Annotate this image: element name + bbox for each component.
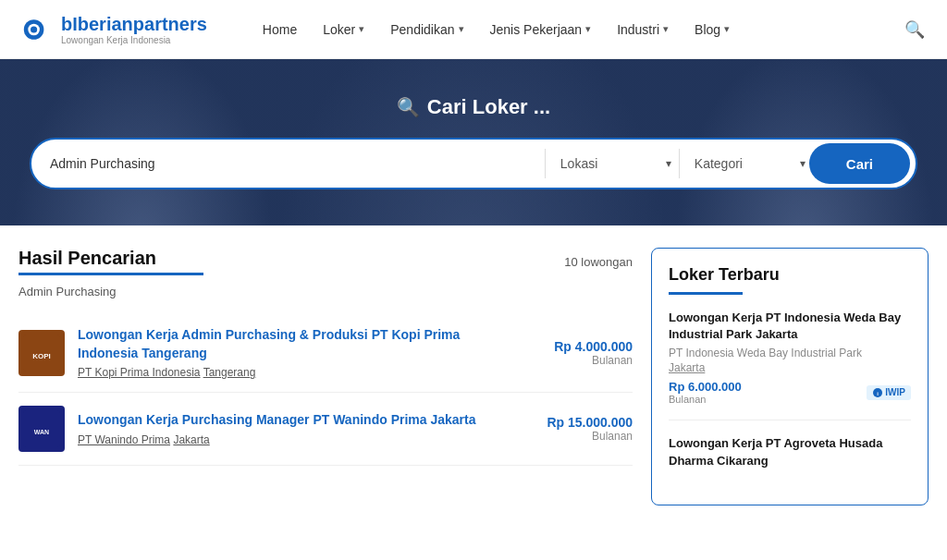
sidebar-job-company: PT Indonesia Weda Bay Industrial Park (669, 347, 911, 359)
hero-banner: 🔍 Cari Loker ... Lokasi ▾ Kategori ▾ Car… (0, 59, 947, 225)
nav-home[interactable]: Home (263, 22, 297, 37)
chevron-down-icon: ▾ (666, 157, 671, 170)
job-company: PT Kopi Prima Indonesia Tangerang (78, 366, 509, 379)
nav-jenis-pekerjaan[interactable]: Jenis Pekerjaan ▾ (490, 22, 592, 37)
location-select[interactable]: Lokasi (553, 156, 664, 171)
job-search-input[interactable] (50, 156, 537, 171)
logo-text: bIberianpartners (61, 14, 207, 35)
sidebar-job-item: Lowongan Kerja PT Agroveta Husada Dharma… (669, 435, 911, 487)
svg-text:KOPI: KOPI (32, 352, 51, 360)
divider (679, 149, 680, 178)
chevron-down-icon: ▾ (459, 23, 464, 35)
sidebar: Loker Terbaru Lowongan Kerja PT Indonesi… (651, 248, 929, 505)
sidebar-job-title[interactable]: Lowongan Kerja PT Agroveta Husada Dharma… (669, 435, 911, 469)
nav-industri[interactable]: Industri ▾ (617, 22, 669, 37)
hero-title: 🔍 Cari Loker ... (397, 95, 550, 119)
svg-point-2 (31, 26, 37, 32)
navbar: bIberianpartners Lowongan Kerja Indonesi… (0, 0, 947, 59)
category-select[interactable]: Kategori (687, 156, 798, 171)
chevron-down-icon: ▾ (724, 23, 730, 35)
logo-tagline: Lowongan Kerja Indonesia (61, 35, 207, 45)
chevron-down-icon: ▾ (359, 23, 364, 35)
search-button[interactable]: Cari (809, 143, 910, 184)
job-title[interactable]: Lowongan Kerja Admin Purchasing & Produk… (78, 326, 509, 362)
sidebar-title: Loker Terbaru (669, 265, 911, 285)
company-badge: i IWIP (867, 385, 911, 400)
logo-icon (22, 13, 55, 46)
results-section: Hasil Pencarian 10 lowongan Admin Purcha… (18, 248, 633, 505)
job-info: Lowongan Kerja Purchasing Manager PT Wan… (78, 411, 509, 446)
sidebar-job-location[interactable]: Jakarta (669, 361, 911, 374)
nav-links: Home Loker ▾ Pendidikan ▾ Jenis Pekerjaa… (263, 19, 925, 40)
salary-period: Bulanan (522, 430, 633, 443)
logo[interactable]: bIberianpartners Lowongan Kerja Indonesi… (22, 13, 207, 46)
job-logo: KOPI (18, 330, 65, 376)
main-content: Hasil Pencarian 10 lowongan Admin Purcha… (0, 225, 947, 528)
location-select-wrapper: Lokasi ▾ (553, 156, 671, 171)
search-icon: 🔍 (397, 96, 420, 118)
chevron-down-icon: ▾ (800, 157, 806, 170)
chevron-down-icon: ▾ (663, 23, 669, 35)
job-card: WAN Lowongan Kerja Purchasing Manager PT… (18, 393, 633, 466)
results-count: 10 lowongan (564, 255, 633, 269)
nav-blog[interactable]: Blog ▾ (695, 22, 730, 37)
sidebar-job-item: Lowongan Kerja PT Indonesia Weda Bay Ind… (669, 310, 911, 420)
sidebar-salary-info: Rp 6.000.000 Bulanan (669, 380, 742, 405)
results-title: Hasil Pencarian (18, 248, 156, 269)
job-salary: Rp 15.000.000 Bulanan (522, 415, 633, 443)
sidebar-job-title[interactable]: Lowongan Kerja PT Indonesia Weda Bay Ind… (669, 310, 911, 343)
salary-amount: Rp 4.000.000 (522, 339, 633, 354)
job-company: PT Wanindo Prima Jakarta (78, 433, 509, 446)
badge-icon: i (872, 387, 883, 398)
job-card: KOPI Lowongan Kerja Admin Purchasing & P… (18, 313, 633, 393)
search-bar: Lokasi ▾ Kategori ▾ Cari (30, 138, 917, 189)
salary-period: Bulanan (522, 354, 633, 367)
sidebar-salary-period: Bulanan (669, 394, 742, 405)
job-title[interactable]: Lowongan Kerja Purchasing Manager PT Wan… (78, 411, 509, 430)
nav-pendidikan[interactable]: Pendidikan ▾ (390, 22, 463, 37)
results-query: Admin Purchasing (18, 285, 633, 298)
sidebar-divider (669, 292, 743, 295)
job-info: Lowongan Kerja Admin Purchasing & Produk… (78, 326, 509, 379)
nav-loker[interactable]: Loker ▾ (323, 22, 364, 37)
search-icon[interactable]: 🔍 (904, 19, 925, 40)
results-divider (18, 273, 203, 275)
category-select-wrapper: Kategori ▾ (687, 156, 806, 171)
sidebar-salary-row: Rp 6.000.000 Bulanan i IWIP (669, 380, 911, 405)
chevron-down-icon: ▾ (585, 23, 591, 35)
svg-text:WAN: WAN (34, 429, 49, 435)
sidebar-salary-amount: Rp 6.000.000 (669, 380, 742, 394)
job-logo: WAN (18, 406, 65, 452)
divider (545, 149, 546, 178)
job-salary: Rp 4.000.000 Bulanan (522, 339, 633, 367)
salary-amount: Rp 15.000.000 (522, 415, 633, 430)
results-header: Hasil Pencarian 10 lowongan (18, 248, 633, 269)
